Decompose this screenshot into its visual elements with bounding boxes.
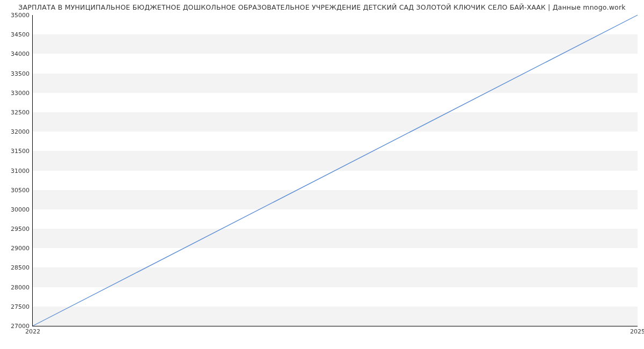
plot-area: 2700027500280002850029000295003000030500… [32, 15, 638, 326]
chart-title: ЗАРПЛАТА В МУНИЦИПАЛЬНОЕ БЮДЖЕТНОЕ ДОШКО… [0, 0, 644, 11]
y-tick-label: 34500 [11, 31, 33, 38]
x-tick-label: 2025 [630, 326, 644, 335]
y-tick-label: 30500 [11, 186, 33, 193]
y-tick-label: 31000 [11, 167, 33, 174]
plot-container: 2700027500280002850029000295003000030500… [32, 15, 638, 326]
y-tick-label: 35000 [11, 12, 33, 19]
y-tick-label: 30000 [11, 206, 33, 213]
data-line [33, 15, 638, 326]
line-series [33, 15, 638, 326]
y-tick-label: 28000 [11, 283, 33, 290]
y-tick-label: 33000 [11, 89, 33, 96]
y-tick-label: 29000 [11, 245, 33, 252]
y-tick-label: 34000 [11, 50, 33, 57]
y-tick-label: 27500 [11, 303, 33, 310]
x-tick-label: 2022 [25, 326, 40, 335]
y-tick-label: 32000 [11, 128, 33, 135]
y-tick-label: 28500 [11, 264, 33, 271]
y-tick-label: 31500 [11, 148, 33, 155]
y-tick-label: 33500 [11, 70, 33, 77]
y-tick-label: 32500 [11, 108, 33, 115]
y-tick-label: 29500 [11, 226, 33, 232]
